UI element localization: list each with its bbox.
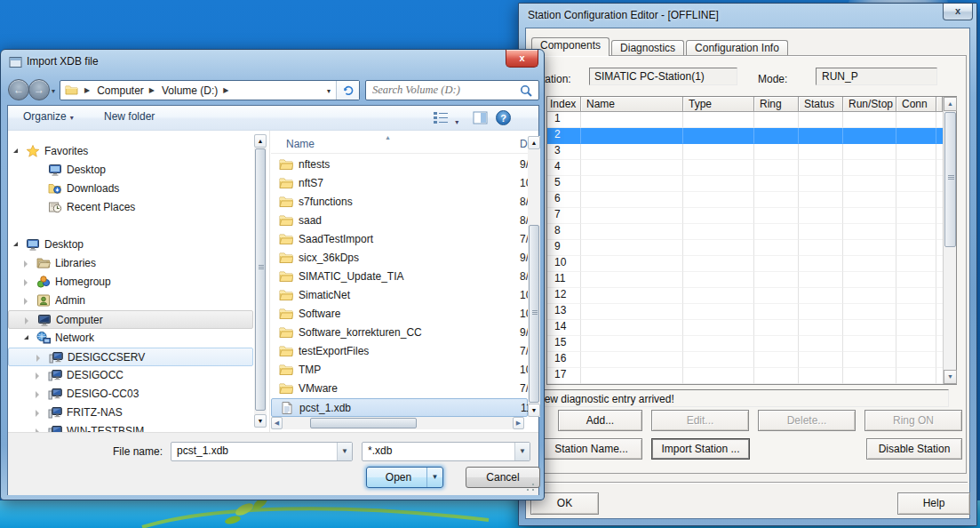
grid-scroll-down-icon[interactable]: ▼ — [944, 370, 957, 384]
file-row-vmware[interactable]: VMware7/1 — [271, 380, 528, 398]
expander-open-icon[interactable] — [13, 242, 18, 246]
nav-history-dropdown-icon[interactable]: ▾ — [52, 87, 55, 95]
file-row-simatic-update-tia[interactable]: SIMATIC_Update_TIA8/8 — [271, 268, 528, 286]
scroll-right-icon[interactable]: ▶ — [513, 417, 524, 429]
search-box[interactable] — [365, 80, 539, 100]
breadcrumb-volume-d[interactable]: Volume (D:) — [158, 84, 219, 97]
grid-row-10[interactable]: 10 — [547, 256, 956, 272]
grid-row-3[interactable]: 3 — [547, 144, 956, 160]
file-list-scroll-up-icon[interactable]: ▲ — [528, 136, 540, 149]
file-row-software[interactable]: Software10/ — [271, 305, 528, 324]
file-row-nftests[interactable]: nftests9/2 — [271, 156, 528, 174]
file-type-input[interactable] — [368, 444, 493, 457]
grid-row-12[interactable]: 12 — [547, 288, 956, 304]
add-button[interactable]: Add... — [558, 410, 642, 431]
grid-row-9[interactable]: 9 — [547, 240, 956, 256]
grid-row-2[interactable]: 2 — [547, 128, 956, 144]
grid-row-15[interactable]: 15 — [547, 336, 956, 352]
expander-closed-icon[interactable] — [25, 317, 28, 324]
grid-row-5[interactable]: 5 — [547, 176, 956, 192]
disable-station-button[interactable]: Disable Station — [866, 438, 962, 460]
import-station-button[interactable]: Import Station ... — [651, 438, 750, 460]
file-type-combobox[interactable]: ▼ — [362, 442, 530, 461]
address-dropdown-icon[interactable]: ▾ — [327, 87, 331, 95]
search-input[interactable] — [372, 83, 514, 98]
sidebar-scroll-down-icon[interactable]: ▼ — [254, 414, 267, 428]
column-header-name[interactable]: Name — [581, 97, 683, 112]
file-row-testexportfiles[interactable]: testExportFiles7/3 — [271, 342, 528, 361]
sidebar-item-desktop[interactable]: Desktop — [8, 161, 253, 180]
sidebar-scrollbar[interactable]: ▲ ▼ — [254, 134, 267, 428]
file-name-combobox[interactable]: ▼ — [171, 442, 353, 461]
pane-splitter[interactable] — [269, 131, 270, 432]
file-row-nfts7[interactable]: nftS710/ — [271, 174, 528, 193]
scroll-left-icon[interactable]: ◀ — [271, 417, 283, 429]
edit-button[interactable]: Edit... — [651, 410, 749, 431]
expander-closed-icon[interactable] — [24, 260, 28, 268]
sidebar-item-desktop[interactable]: Desktop — [8, 236, 253, 254]
file-row-simaticnet[interactable]: SimaticNet10/ — [271, 286, 528, 305]
column-header-status[interactable]: Status — [799, 97, 843, 112]
file-list-horizontal-scrollbar[interactable]: ◀ ▶ — [271, 417, 524, 429]
file-row-s7functions[interactable]: s7functions8/1 — [271, 193, 528, 212]
file-row-sicx-36kdps[interactable]: sicx_36kDps9/5 — [271, 249, 528, 268]
station-name-button[interactable]: Station Name... — [540, 438, 642, 460]
breadcrumb-computer[interactable]: Computer — [93, 84, 146, 97]
components-grid[interactable]: IndexNameTypeRingStatusRun/StopConn 1234… — [546, 96, 957, 385]
file-row-pcst-1-xdb[interactable]: pcst_1.xdb11/ — [271, 398, 528, 417]
sidebar-item-desigccserv[interactable]: DESIGCCSERV — [8, 348, 253, 366]
sidebar-scroll-thumb[interactable] — [255, 148, 266, 411]
expander-closed-icon[interactable] — [36, 410, 39, 417]
file-type-dropdown-icon[interactable]: ▼ — [514, 443, 530, 460]
expander-closed-icon[interactable] — [36, 372, 39, 380]
grid-vertical-scrollbar[interactable]: ▲ ▼ — [943, 97, 956, 384]
sidebar-scroll-up-icon[interactable]: ▲ — [254, 134, 267, 148]
sidebar-item-favorites[interactable]: Favorites — [8, 142, 253, 161]
resize-grip[interactable] — [526, 483, 535, 492]
organize-button[interactable]: Organize▾ — [23, 110, 74, 123]
file-list-scroll-down-icon[interactable]: ▼ — [528, 404, 540, 417]
expander-open-icon[interactable] — [24, 335, 28, 340]
grid-row-14[interactable]: 14 — [547, 320, 956, 336]
refresh-button[interactable] — [336, 81, 359, 100]
new-folder-button[interactable]: New folder — [104, 110, 155, 123]
address-bar[interactable]: ▶ Computer ▶ Volume (D:) ▶ ▾ — [60, 80, 360, 100]
column-header-type[interactable]: Type — [683, 97, 754, 112]
column-header-ring[interactable]: Ring — [754, 97, 799, 112]
grid-row-17[interactable]: 17 — [547, 368, 956, 384]
back-button[interactable]: ← — [8, 79, 29, 100]
sidebar-item-computer[interactable]: Computer — [8, 310, 253, 329]
file-row-saadtestimport[interactable]: SaadTestImport7/2 — [271, 230, 528, 249]
tab-configuration-info[interactable]: Configuration Info — [686, 40, 788, 56]
file-row-tmp[interactable]: TMP10/ — [271, 361, 528, 380]
horizontal-scroll-thumb[interactable] — [310, 418, 417, 428]
sidebar-item-fritz-nas[interactable]: FRITZ-NAS — [8, 404, 253, 422]
sidebar-item-homegroup[interactable]: Homegroup — [8, 273, 253, 292]
date-column-header[interactable]: Da — [520, 138, 528, 150]
grid-scroll-thumb[interactable] — [944, 112, 956, 247]
ring-on-button[interactable]: Ring ON — [864, 410, 962, 431]
file-list-header[interactable]: ▲ Name Da — [271, 136, 528, 154]
sidebar-item-desigo-cc03[interactable]: DESIGO-CC03 — [8, 385, 253, 404]
column-header-run-stop[interactable]: Run/Stop — [843, 97, 896, 112]
expander-closed-icon[interactable] — [36, 355, 40, 362]
grid-row-11[interactable]: 11 — [547, 272, 956, 288]
open-split-dropdown-icon[interactable]: ▼ — [426, 468, 442, 487]
column-header-index[interactable]: Index — [547, 97, 581, 112]
sidebar-item-recent-places[interactable]: Recent Places — [8, 198, 253, 217]
tab-diagnostics[interactable]: Diagnostics — [611, 40, 684, 56]
sidebar-item-admin[interactable]: Admin — [8, 292, 253, 310]
file-row-software-korrekturen-cc[interactable]: Software_korrekturen_CC9/2 — [271, 324, 528, 342]
grid-scroll-up-icon[interactable]: ▲ — [944, 97, 957, 111]
dialog-close-button[interactable]: x — [506, 50, 538, 68]
preview-pane-button[interactable] — [473, 111, 488, 127]
file-list-scrollbar[interactable]: ▲ ▼ — [528, 136, 540, 417]
sidebar-item-win-testbsim[interactable]: WIN-TESTBSIM — [8, 422, 253, 432]
expander-closed-icon[interactable] — [24, 279, 28, 286]
help-icon[interactable]: ? — [496, 110, 511, 125]
expander-closed-icon[interactable] — [24, 298, 28, 305]
column-header-conn[interactable]: Conn — [896, 97, 936, 112]
sidebar-item-libraries[interactable]: Libraries — [8, 254, 253, 273]
grid-row-1[interactable]: 1 — [547, 112, 956, 128]
views-button[interactable]: ▾ — [433, 111, 458, 127]
